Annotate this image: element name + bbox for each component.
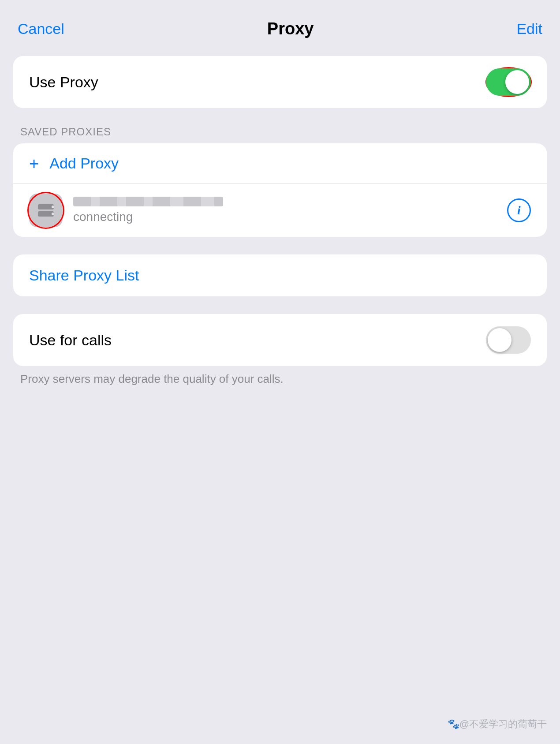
proxy-info: connecting <box>73 197 507 224</box>
cancel-button[interactable]: Cancel <box>18 20 64 37</box>
saved-proxies-label: SAVED PROXIES <box>20 126 540 138</box>
add-icon: + <box>29 155 39 172</box>
info-icon: i <box>517 203 521 217</box>
saved-proxies-section: SAVED PROXIES + Add Proxy <box>13 126 547 237</box>
calls-toggle[interactable] <box>486 326 531 354</box>
use-proxy-toggle[interactable] <box>486 68 531 96</box>
proxy-detail-button[interactable]: i <box>507 198 531 222</box>
svg-point-3 <box>52 213 54 215</box>
use-proxy-row: Use Proxy <box>13 56 547 108</box>
calls-description: Proxy servers may degrade the quality of… <box>20 372 540 386</box>
proxy-name-blurred <box>73 197 223 206</box>
page-container: Cancel Proxy Edit Use Proxy SAVED PROXIE… <box>0 0 560 744</box>
add-proxy-label: Add Proxy <box>49 155 119 172</box>
page-title: Proxy <box>267 19 314 38</box>
nav-bar: Cancel Proxy Edit <box>0 0 560 47</box>
use-proxy-section: Use Proxy <box>13 56 547 108</box>
share-proxy-label: Share Proxy List <box>29 267 139 284</box>
proxies-card: + Add Proxy <box>13 143 547 237</box>
use-proxy-toggle-wrapper <box>486 68 531 96</box>
use-proxy-label: Use Proxy <box>29 74 98 91</box>
edit-button[interactable]: Edit <box>516 20 542 37</box>
share-proxy-section: Share Proxy List <box>13 254 547 296</box>
proxy-icon <box>29 194 63 227</box>
proxy-item-row: connecting i <box>13 184 547 237</box>
use-proxy-toggle-thumb <box>505 70 529 94</box>
svg-rect-1 <box>38 211 54 217</box>
calls-label: Use for calls <box>29 332 112 349</box>
svg-rect-0 <box>38 204 54 209</box>
share-proxy-card[interactable]: Share Proxy List <box>13 254 547 296</box>
add-proxy-row[interactable]: + Add Proxy <box>13 143 547 184</box>
proxy-server-icon <box>36 201 56 220</box>
watermark: 🐾@不爱学习的葡萄干 <box>448 718 547 731</box>
use-for-calls-section: Use for calls Proxy servers may degrade … <box>13 314 547 386</box>
proxy-icon-wrapper <box>29 194 63 227</box>
svg-point-2 <box>52 206 54 208</box>
proxy-status: connecting <box>73 210 507 224</box>
calls-toggle-thumb <box>488 328 511 352</box>
calls-card: Use for calls <box>13 314 547 366</box>
calls-row: Use for calls <box>29 326 531 354</box>
